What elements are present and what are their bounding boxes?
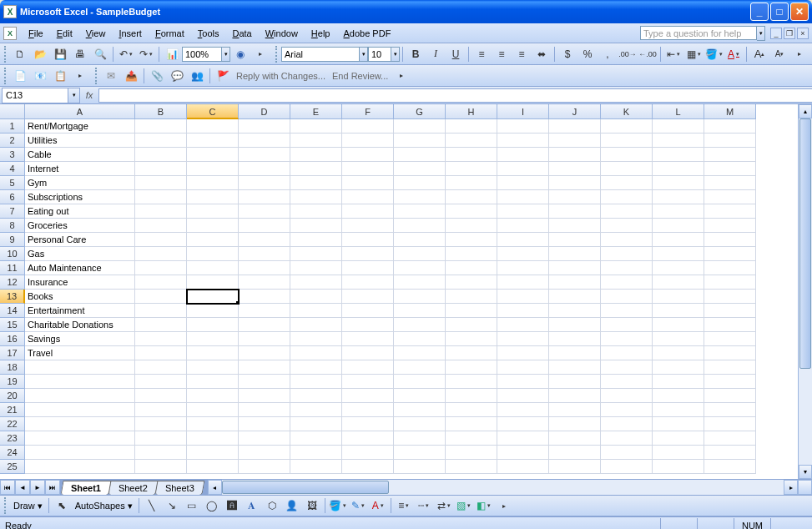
column-header-B[interactable]: B <box>135 104 187 119</box>
cell-C24[interactable] <box>187 446 239 460</box>
increase-font-icon[interactable]: A▴ <box>750 45 769 63</box>
row-header-5[interactable]: 5 <box>0 176 25 190</box>
cell-B21[interactable] <box>135 403 187 417</box>
row-header-8[interactable]: 8 <box>0 219 25 233</box>
cell-I8[interactable] <box>497 219 549 233</box>
cell-B16[interactable] <box>135 332 187 346</box>
fill-color-icon[interactable]: 🪣 <box>704 45 723 63</box>
cell-I18[interactable] <box>497 360 549 375</box>
mdi-minimize-button[interactable]: _ <box>770 28 782 39</box>
cell-G11[interactable] <box>394 261 446 275</box>
scroll-down-icon[interactable]: ▾ <box>799 465 812 479</box>
cell-J20[interactable] <box>549 389 601 403</box>
cell-E5[interactable] <box>290 176 342 190</box>
pdf-email-icon[interactable]: 📧 <box>31 67 49 85</box>
cell-G5[interactable] <box>394 176 446 190</box>
cell-G2[interactable] <box>394 134 446 148</box>
cell-C18[interactable] <box>187 360 239 375</box>
diagram-icon[interactable]: ⬡ <box>263 496 281 515</box>
cell-G19[interactable] <box>394 375 446 389</box>
cell-I15[interactable] <box>497 318 549 332</box>
cell-I25[interactable] <box>497 460 549 474</box>
cell-H23[interactable] <box>446 431 497 446</box>
font-name-input[interactable] <box>281 47 360 62</box>
cell-I4[interactable] <box>497 162 549 176</box>
cell-B22[interactable] <box>135 417 187 431</box>
cell-J15[interactable] <box>549 318 601 332</box>
cell-A20[interactable] <box>25 389 135 403</box>
cell-D10[interactable] <box>239 247 290 261</box>
font-size-input[interactable] <box>368 47 391 62</box>
cell-A2[interactable]: Utilities <box>25 134 135 148</box>
cell-L16[interactable] <box>653 332 704 346</box>
autoshapes-menu-button[interactable]: AutoShapes ▾ <box>72 501 136 511</box>
cell-F22[interactable] <box>342 417 394 431</box>
cell-A17[interactable]: Travel <box>25 346 135 360</box>
cell-G17[interactable] <box>394 346 446 360</box>
cell-G9[interactable] <box>394 233 446 247</box>
cell-J16[interactable] <box>549 332 601 346</box>
cell-E1[interactable] <box>290 119 342 134</box>
cell-M10[interactable] <box>704 247 756 261</box>
cell-I23[interactable] <box>497 431 549 446</box>
cell-H14[interactable] <box>446 304 497 318</box>
cell-M4[interactable] <box>704 162 756 176</box>
cell-G10[interactable] <box>394 247 446 261</box>
cell-A16[interactable]: Savings <box>25 332 135 346</box>
cell-E20[interactable] <box>290 389 342 403</box>
cell-C12[interactable] <box>187 275 239 290</box>
row-header-21[interactable]: 21 <box>0 403 25 417</box>
cell-M16[interactable] <box>704 332 756 346</box>
help-icon[interactable]: ◉ <box>231 45 250 63</box>
cell-L20[interactable] <box>653 389 704 403</box>
fill-color-draw-icon[interactable]: 🪣 <box>329 496 347 515</box>
cell-K15[interactable] <box>601 318 653 332</box>
cell-I12[interactable] <box>497 275 549 290</box>
font-size-dropdown-icon[interactable]: ▾ <box>391 47 400 62</box>
cell-D8[interactable] <box>239 219 290 233</box>
cell-G13[interactable] <box>394 290 446 304</box>
cell-C14[interactable] <box>187 304 239 318</box>
cell-B24[interactable] <box>135 446 187 460</box>
cell-I7[interactable] <box>497 204 549 219</box>
cell-M18[interactable] <box>704 360 756 375</box>
cell-G4[interactable] <box>394 162 446 176</box>
menu-tools[interactable]: Tools <box>191 27 226 40</box>
cell-F25[interactable] <box>342 460 394 474</box>
cell-J5[interactable] <box>549 176 601 190</box>
cell-L14[interactable] <box>653 304 704 318</box>
menu-view[interactable]: View <box>79 27 113 40</box>
cell-B2[interactable] <box>135 134 187 148</box>
cell-D25[interactable] <box>239 460 290 474</box>
maximize-button[interactable]: □ <box>770 3 789 21</box>
cell-B4[interactable] <box>135 162 187 176</box>
print-icon[interactable]: 🖶 <box>71 45 89 63</box>
cell-H17[interactable] <box>446 346 497 360</box>
comma-icon[interactable]: , <box>598 45 617 63</box>
cell-J8[interactable] <box>549 219 601 233</box>
cell-E22[interactable] <box>290 417 342 431</box>
cell-M5[interactable] <box>704 176 756 190</box>
cell-H4[interactable] <box>446 162 497 176</box>
shadow-icon[interactable]: ▧ <box>455 496 473 515</box>
cell-M23[interactable] <box>704 431 756 446</box>
cell-G21[interactable] <box>394 403 446 417</box>
reviewers-icon[interactable]: 👥 <box>188 67 206 85</box>
cell-K25[interactable] <box>601 460 653 474</box>
cell-H21[interactable] <box>446 403 497 417</box>
scroll-up-icon[interactable]: ▴ <box>799 104 812 118</box>
cell-M3[interactable] <box>704 148 756 162</box>
cell-C13[interactable] <box>187 290 239 304</box>
dash-style-icon[interactable]: ┄ <box>415 496 433 515</box>
cell-K11[interactable] <box>601 261 653 275</box>
sheet-tab-sheet2[interactable]: Sheet2 <box>108 481 159 495</box>
close-button[interactable]: ✕ <box>790 3 809 21</box>
name-box-input[interactable] <box>3 88 68 103</box>
cell-H19[interactable] <box>446 375 497 389</box>
cell-A4[interactable]: Internet <box>25 162 135 176</box>
toolbar-grip[interactable] <box>4 497 8 514</box>
toolbar-options-icon[interactable]: ▸ <box>790 45 809 63</box>
cell-B20[interactable] <box>135 389 187 403</box>
cell-I10[interactable] <box>497 247 549 261</box>
row-header-10[interactable]: 10 <box>0 247 25 261</box>
